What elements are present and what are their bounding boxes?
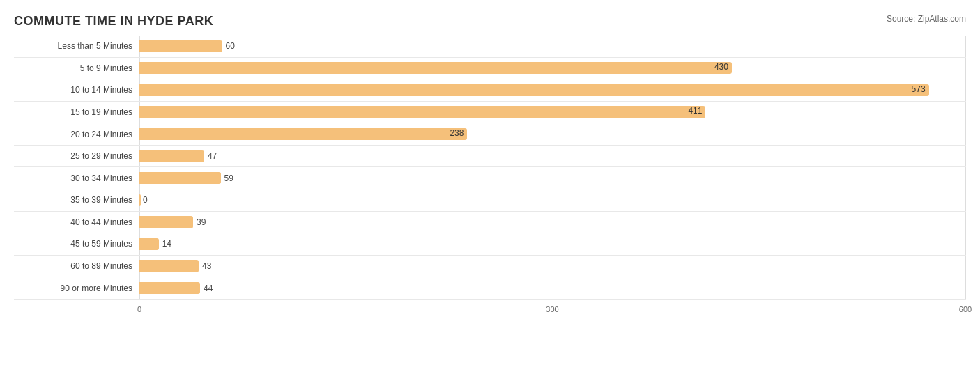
chart-area: 0300600 Less than 5 Minutes605 to 9 Minu…: [14, 36, 966, 317]
bar-row: 30 to 34 Minutes59: [14, 167, 966, 189]
bar-value: 14: [162, 239, 171, 249]
bar-value: 44: [204, 284, 213, 293]
bar-value: 430: [714, 62, 728, 72]
bar-label: 40 to 44 Minutes: [14, 217, 139, 227]
bar-row: 40 to 44 Minutes39: [14, 212, 966, 234]
bar-label: 10 to 14 Minutes: [14, 85, 139, 95]
bar-track: 573: [139, 81, 966, 99]
chart-container: COMMUTE TIME IN HYDE PARK Source: ZipAtl…: [0, 0, 980, 365]
bar-row: 10 to 14 Minutes573: [14, 79, 966, 102]
bar-row: 45 to 59 Minutes14: [14, 233, 966, 256]
bar-label: 5 to 9 Minutes: [14, 63, 139, 73]
bar-value: 47: [208, 151, 217, 161]
bar-fill: [139, 40, 222, 52]
bar-track: 411: [139, 104, 966, 121]
bar-track: 0: [139, 192, 966, 209]
bar-value: 411: [688, 106, 702, 116]
bar-label: 60 to 89 Minutes: [14, 261, 139, 271]
bar-track: 430: [139, 60, 966, 77]
bar-row: 5 to 9 Minutes430: [14, 58, 966, 80]
bar-row: 20 to 24 Minutes238: [14, 123, 966, 146]
bar-track: 14: [139, 235, 966, 253]
axis-label: 600: [959, 305, 972, 313]
bar-label: 30 to 34 Minutes: [14, 173, 139, 183]
bar-label: 20 to 24 Minutes: [14, 130, 139, 139]
bar-row: 90 or more Minutes44: [14, 277, 966, 300]
bar-fill: 573: [139, 84, 929, 96]
bar-label: 45 to 59 Minutes: [14, 239, 139, 249]
bar-track: 60: [139, 38, 966, 55]
bar-fill: [139, 150, 204, 162]
bar-fill: 238: [139, 128, 467, 140]
bar-track: 44: [139, 279, 966, 297]
bar-value: 238: [450, 128, 464, 138]
bar-fill: [139, 282, 200, 294]
bar-fill: [139, 194, 141, 206]
bar-label: 35 to 39 Minutes: [14, 195, 139, 205]
bar-row: 60 to 89 Minutes43: [14, 256, 966, 278]
axis-label: 300: [546, 305, 558, 313]
bar-value: 60: [226, 41, 235, 51]
bar-value: 0: [143, 195, 148, 205]
bar-fill: 411: [139, 106, 705, 118]
bar-label: 15 to 19 Minutes: [14, 107, 139, 117]
bar-label: 90 or more Minutes: [14, 284, 139, 293]
bar-track: 238: [139, 125, 966, 143]
bar-value: 43: [202, 261, 211, 271]
bar-label: Less than 5 Minutes: [14, 41, 139, 51]
chart-header: COMMUTE TIME IN HYDE PARK Source: ZipAtl…: [14, 14, 966, 29]
bar-fill: [139, 260, 199, 272]
bar-value: 573: [912, 84, 926, 94]
bar-row: Less than 5 Minutes60: [14, 36, 966, 58]
chart-title: COMMUTE TIME IN HYDE PARK: [14, 14, 213, 29]
bars-container: Less than 5 Minutes605 to 9 Minutes43010…: [14, 36, 966, 300]
bar-track: 39: [139, 214, 966, 231]
bar-row: 25 to 29 Minutes47: [14, 146, 966, 168]
bar-row: 35 to 39 Minutes0: [14, 189, 966, 212]
bar-label: 25 to 29 Minutes: [14, 151, 139, 161]
bar-track: 47: [139, 148, 966, 165]
bar-value: 39: [197, 217, 206, 227]
bar-fill: [139, 216, 193, 228]
bar-value: 59: [224, 173, 233, 183]
bar-fill: [139, 238, 159, 250]
bar-track: 43: [139, 258, 966, 275]
bar-fill: [139, 172, 221, 184]
axis-label: 0: [137, 305, 141, 313]
chart-source: Source: ZipAtlas.com: [887, 14, 966, 24]
bar-row: 15 to 19 Minutes411: [14, 102, 966, 124]
bar-fill: 430: [139, 62, 732, 74]
bar-track: 59: [139, 169, 966, 187]
